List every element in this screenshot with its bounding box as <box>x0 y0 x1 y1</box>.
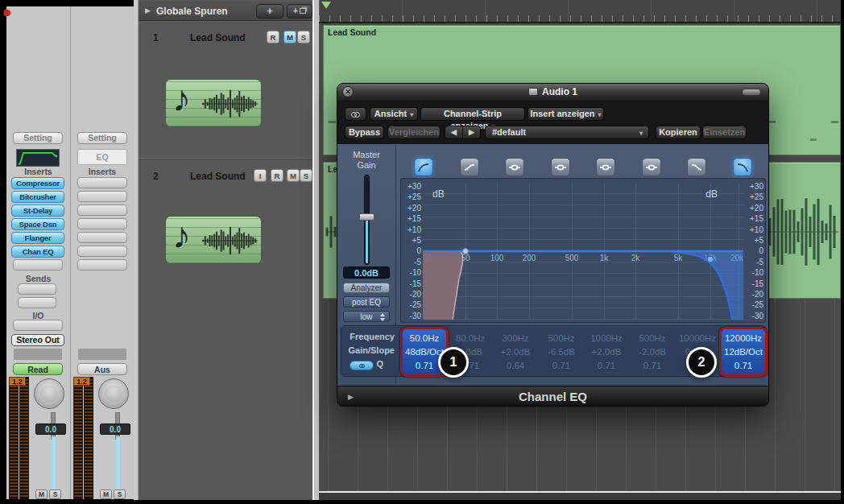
plugin-title-bar[interactable]: ✕ Audio 1 <box>337 84 768 101</box>
pan-knob[interactable] <box>34 378 64 409</box>
track-name[interactable]: Lead Sound <box>190 171 246 182</box>
analyzer-mode-dropdown[interactable]: low <box>343 311 390 322</box>
preset-dropdown[interactable]: #default▾ <box>485 126 649 139</box>
record-enable-button[interactable]: R <box>267 31 279 43</box>
add-track-button[interactable]: + <box>256 4 283 19</box>
mute-button[interactable]: M <box>35 490 48 499</box>
preset-nav[interactable]: ◀▶ <box>445 126 481 139</box>
insert-slot-spacedsn[interactable]: Space Dsn <box>11 218 64 230</box>
plugin-title-text: Audio 1 <box>542 86 577 97</box>
band-5-params[interactable]: 1000Hz+2.0dB0.71 <box>585 329 628 374</box>
fader-value[interactable]: 0.0 <box>35 423 66 435</box>
prev-icon[interactable]: ◀ <box>445 126 463 138</box>
insert-slot-empty[interactable] <box>77 259 127 271</box>
insert-slot-empty[interactable] <box>13 259 63 271</box>
eq-graph[interactable]: +30+25+20+15+10+50-5-10-15-20-25-30 dB d… <box>400 178 766 323</box>
insert-slot-empty[interactable] <box>77 204 127 216</box>
post-eq-button[interactable]: post EQ <box>343 296 390 308</box>
insert-slot-stdelay[interactable]: St-Delay <box>11 204 64 217</box>
timeline-ruler[interactable] <box>319 0 841 23</box>
band-button-bell[interactable] <box>551 158 570 176</box>
view-menu[interactable]: Ansicht▾ <box>370 107 418 121</box>
fader-value[interactable]: 0.0 <box>100 423 130 435</box>
waveform-icon <box>201 223 259 258</box>
band-8-params[interactable]: 12000Hz12dB/Oct0.71 <box>722 329 765 374</box>
plugin-name: Channel EQ <box>337 390 768 403</box>
eq-placeholder[interactable]: EQ <box>77 149 127 165</box>
peak-badge: 1.2 <box>9 377 26 386</box>
next-icon[interactable]: ▶ <box>463 126 480 138</box>
solo-button[interactable]: S <box>114 490 126 499</box>
q-row-label: Q <box>341 359 383 369</box>
callout-number: 2 <box>698 355 705 370</box>
insert-slot-empty[interactable] <box>77 232 127 243</box>
bypass-button[interactable]: Bypass <box>345 126 384 139</box>
band-button-high-shelf[interactable] <box>687 158 706 176</box>
stacked-squares-icon <box>300 8 306 14</box>
duplicate-track-button[interactable]: + <box>287 4 312 19</box>
copy-button[interactable]: Kopieren <box>656 126 701 139</box>
solo-button[interactable]: S <box>297 31 310 43</box>
pan-knob[interactable] <box>98 378 129 409</box>
fader-fill[interactable] <box>116 436 120 493</box>
compare-button[interactable]: Vergleichen <box>387 126 441 139</box>
eq-thumbnail[interactable] <box>16 149 60 167</box>
band-button-lowpass[interactable] <box>733 158 752 176</box>
band-button-highpass[interactable] <box>414 158 433 176</box>
setting-button[interactable]: Setting <box>13 132 63 144</box>
disclosure-triangle-icon[interactable]: ▶ <box>145 6 151 14</box>
group-slot[interactable] <box>14 349 62 360</box>
channel-strip-menu[interactable]: Channel-Strip anzeigen▾ <box>420 107 525 121</box>
automation-button[interactable]: Aus <box>77 363 127 375</box>
scrollbar-track[interactable] <box>312 0 319 504</box>
master-gain-value[interactable]: 0.0dB <box>343 266 390 279</box>
paste-button[interactable]: Einsetzen <box>702 126 747 139</box>
band-button-bell[interactable] <box>642 158 661 176</box>
setting-button[interactable]: Setting <box>77 132 127 144</box>
analyzer-button[interactable]: Analyzer <box>343 283 390 293</box>
insert-slot-empty[interactable] <box>77 191 127 202</box>
band-6-params[interactable]: 500Hz-2.0dB0.71 <box>631 329 674 374</box>
group-slot[interactable] <box>78 349 126 360</box>
minimize-icon[interactable] <box>742 89 761 96</box>
band-3-params[interactable]: 300Hz+2.0dB0.64 <box>494 329 537 374</box>
playhead-icon[interactable] <box>321 2 331 9</box>
link-button[interactable] <box>345 107 366 121</box>
slider-handle[interactable] <box>359 213 374 221</box>
band-4-params[interactable]: 500Hz-6.5dB0.71 <box>540 329 583 374</box>
region-thumbnail[interactable]: ♪ <box>165 79 262 127</box>
region-thumbnail[interactable]: ♪ <box>165 216 262 264</box>
automation-button[interactable]: Read <box>13 363 63 375</box>
mute-button[interactable]: M <box>283 31 296 43</box>
input-monitor-button[interactable]: I <box>254 169 267 182</box>
record-enable-button[interactable]: R <box>271 169 283 182</box>
insert-slot-empty[interactable] <box>77 218 127 229</box>
band-button-low-shelf[interactable] <box>460 158 479 176</box>
output-button[interactable]: Stereo Out <box>11 334 64 346</box>
send-slot[interactable] <box>18 297 56 308</box>
chevron-down-icon: ▾ <box>410 111 413 118</box>
close-icon[interactable] <box>4 10 10 16</box>
insert-slot-chaneq[interactable]: Chan EQ <box>11 246 64 258</box>
mute-button[interactable]: M <box>100 490 112 499</box>
logic-pro-screen: Setting Inserts Compressor Bitcrusher St… <box>0 0 844 504</box>
insert-menu[interactable]: Insert anzeigen▾ <box>528 107 604 121</box>
io-slot[interactable] <box>13 320 63 331</box>
band-button-bell[interactable] <box>505 158 524 176</box>
solo-button[interactable]: S <box>49 490 61 499</box>
channel-strip-icon <box>528 88 538 96</box>
track-list-header: ▶ Globale Spuren + + <box>139 2 312 21</box>
fader-fill[interactable] <box>52 436 56 493</box>
send-slot[interactable] <box>18 283 56 295</box>
track-name[interactable]: Lead Sound <box>190 32 246 43</box>
eq-plot[interactable]: dB dB 20 50 100 200 500 1k 2k 5k 10k 20k <box>423 183 743 320</box>
insert-slot-compressor[interactable]: Compressor <box>11 177 64 189</box>
insert-slot-flanger[interactable]: Flanger <box>11 232 64 244</box>
global-tracks-label[interactable]: Globale Spuren <box>156 6 228 17</box>
mute-button[interactable]: M <box>287 169 300 182</box>
band-button-bell[interactable] <box>596 158 615 176</box>
solo-button[interactable]: S <box>300 169 312 182</box>
insert-slot-empty[interactable] <box>77 177 127 188</box>
insert-slot-bitcrusher[interactable]: Bitcrusher <box>11 191 64 203</box>
insert-slot-empty[interactable] <box>77 246 127 257</box>
